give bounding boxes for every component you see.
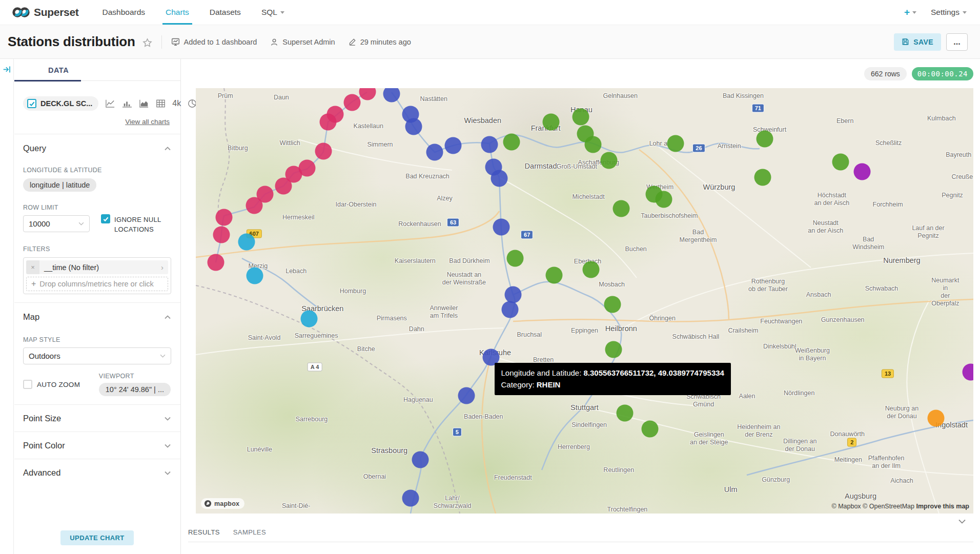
map-place-label: Lohr a. bbox=[649, 139, 669, 147]
expand-results-icon[interactable] bbox=[958, 519, 966, 524]
map-data-point[interactable] bbox=[247, 268, 263, 284]
settings-menu[interactable]: Settings bbox=[931, 8, 967, 17]
map-data-point[interactable] bbox=[854, 163, 871, 180]
mapbox-logo[interactable]: mapbox bbox=[201, 498, 244, 509]
map-place-label: Strasbourg bbox=[371, 446, 407, 455]
nav-item-charts[interactable]: Charts bbox=[155, 0, 199, 25]
owner-badge[interactable]: Superset Admin bbox=[270, 38, 335, 46]
map-place-label: Schwäbisch Gmünd bbox=[686, 393, 721, 408]
collapse-panel-icon[interactable] bbox=[3, 65, 11, 74]
map-place-label: Annweiler am Trifels bbox=[430, 304, 458, 320]
map-place-label: Lebach bbox=[285, 267, 307, 275]
map-data-point[interactable] bbox=[405, 118, 422, 135]
map-data-point[interactable] bbox=[604, 296, 621, 313]
viz-type-4k[interactable]: 4k bbox=[172, 99, 181, 108]
remove-filter-icon[interactable]: × bbox=[26, 260, 39, 274]
auto-zoom-checkbox[interactable] bbox=[23, 380, 32, 389]
map-data-point[interactable] bbox=[315, 142, 332, 159]
bar-chart-icon[interactable] bbox=[122, 99, 132, 108]
improve-map-link[interactable]: Improve this map bbox=[916, 503, 970, 510]
row-limit-select[interactable]: 10000 bbox=[23, 215, 90, 232]
map-data-point[interactable] bbox=[585, 136, 602, 153]
map-data-point[interactable] bbox=[572, 109, 589, 126]
map-data-point[interactable] bbox=[617, 405, 634, 422]
mapbox-attribution-link[interactable]: © Mapbox bbox=[831, 503, 863, 510]
nav-item-datasets[interactable]: Datasets bbox=[199, 0, 251, 25]
map-data-point[interactable] bbox=[543, 113, 560, 130]
dashboards-badge[interactable]: Added to 1 dashboard bbox=[171, 37, 257, 46]
map-attribution: © Mapbox © OpenStreetMap Improve this ma… bbox=[831, 503, 969, 510]
map-data-point[interactable] bbox=[928, 410, 945, 427]
chart-area: 662 rows 00:00:00.24 bbox=[181, 59, 980, 554]
map-data-point[interactable] bbox=[501, 301, 518, 318]
map-data-point[interactable] bbox=[546, 267, 563, 284]
map-data-point[interactable] bbox=[319, 114, 336, 131]
osm-attribution-link[interactable]: © OpenStreetMap bbox=[863, 503, 916, 510]
map-data-point[interactable] bbox=[832, 153, 849, 170]
map-data-point[interactable] bbox=[301, 310, 318, 327]
favorite-star-icon[interactable] bbox=[142, 38, 152, 48]
map-data-point[interactable] bbox=[275, 177, 292, 194]
section-point-color[interactable]: Point Color bbox=[23, 441, 171, 450]
last-modified-badge[interactable]: 29 minutes ago bbox=[349, 38, 411, 46]
update-chart-button[interactable]: UPDATE CHART bbox=[60, 530, 133, 545]
filter-drop-zone[interactable]: + Drop columns/metrics here or click bbox=[26, 277, 168, 291]
deckgl-map[interactable]: PrümDaunNastättenGelnhausenBad Kissingen… bbox=[196, 88, 973, 514]
map-data-point[interactable] bbox=[600, 152, 617, 169]
area-chart-icon[interactable] bbox=[139, 99, 149, 108]
line-chart-icon[interactable] bbox=[105, 99, 115, 108]
map-style-label: MAP STYLE bbox=[23, 336, 171, 343]
ignore-null-checkbox[interactable] bbox=[101, 214, 110, 223]
nav-item-dashboards[interactable]: Dashboards bbox=[92, 0, 155, 25]
map-data-point[interactable] bbox=[343, 94, 360, 111]
map-data-point[interactable] bbox=[493, 219, 510, 236]
map-place-label: Daun bbox=[274, 94, 289, 101]
section-advanced[interactable]: Advanced bbox=[23, 468, 171, 478]
superset-logo[interactable]: Superset bbox=[0, 6, 92, 18]
map-data-point[interactable] bbox=[491, 170, 507, 187]
map-data-point[interactable] bbox=[402, 490, 419, 507]
query-timer-badge: 00:00:00.24 bbox=[912, 67, 973, 80]
map-data-point[interactable] bbox=[754, 169, 771, 186]
section-map-header[interactable]: Map bbox=[23, 312, 171, 322]
map-data-point[interactable] bbox=[458, 387, 475, 404]
save-button[interactable]: SAVE bbox=[894, 33, 941, 51]
map-place-label: Aichach bbox=[890, 477, 913, 485]
map-data-point[interactable] bbox=[612, 200, 629, 217]
map-data-point[interactable] bbox=[238, 233, 255, 250]
map-data-point[interactable] bbox=[503, 134, 520, 151]
tab-results[interactable]: RESULTS bbox=[188, 528, 220, 536]
chevron-down-icon bbox=[165, 444, 171, 448]
map-data-point[interactable] bbox=[481, 136, 498, 153]
tab-samples[interactable]: SAMPLES bbox=[233, 528, 266, 536]
section-query-header[interactable]: Query bbox=[23, 143, 171, 153]
tab-data[interactable]: DATA bbox=[14, 59, 69, 81]
map-data-point[interactable] bbox=[757, 130, 773, 147]
table-icon[interactable] bbox=[156, 99, 166, 108]
map-data-point[interactable] bbox=[215, 209, 232, 226]
nav-item-sql[interactable]: SQL bbox=[251, 0, 295, 25]
map-data-point[interactable] bbox=[667, 135, 684, 152]
map-data-point[interactable] bbox=[582, 261, 599, 278]
lonlat-chip[interactable]: longitude | latitude bbox=[23, 178, 96, 192]
map-data-point[interactable] bbox=[605, 341, 622, 358]
map-data-point[interactable] bbox=[656, 191, 672, 208]
map-place-label: Bad Dürkheim bbox=[449, 257, 489, 264]
viewport-chip[interactable]: 10° 24' 49.86" | ... bbox=[99, 383, 171, 396]
map-data-point[interactable] bbox=[208, 254, 224, 271]
map-place-label: Geislingen an der Steige bbox=[690, 431, 728, 446]
map-data-point[interactable] bbox=[412, 452, 429, 468]
filter-item[interactable]: × __time (No filter) › bbox=[26, 260, 168, 274]
map-data-point[interactable] bbox=[641, 420, 658, 437]
map-data-point[interactable] bbox=[246, 197, 262, 214]
view-all-charts-link[interactable]: View all charts bbox=[23, 118, 170, 126]
map-data-point[interactable] bbox=[213, 226, 230, 243]
viz-type-selected[interactable]: DECK.GL SC... bbox=[23, 96, 98, 111]
map-data-point[interactable] bbox=[426, 144, 443, 161]
map-data-point[interactable] bbox=[507, 250, 524, 267]
new-item-button[interactable]: + bbox=[904, 7, 916, 18]
more-options-button[interactable]: ... bbox=[946, 33, 968, 51]
map-style-select[interactable]: Outdoors bbox=[23, 347, 171, 364]
section-point-size[interactable]: Point Size bbox=[23, 414, 171, 423]
map-data-point[interactable] bbox=[445, 137, 462, 154]
